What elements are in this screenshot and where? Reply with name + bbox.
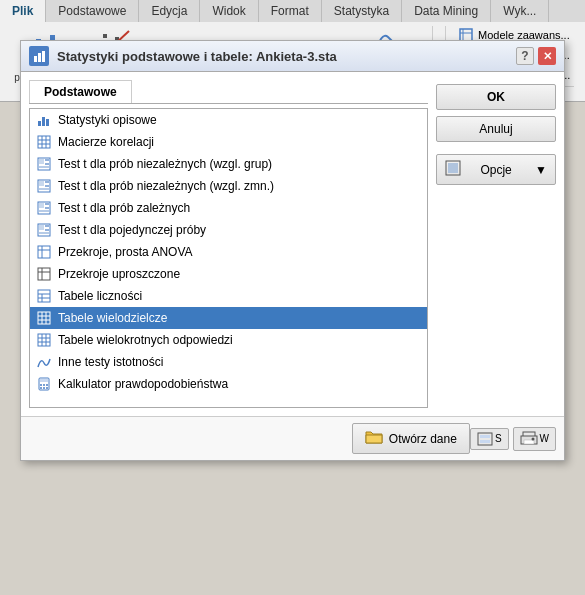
dialog-icon [29, 46, 49, 66]
svg-rect-34 [38, 121, 41, 126]
dialog-left-panel: Podstawowe Statystyki opisoweMacierze ko… [29, 80, 428, 408]
svg-rect-35 [42, 117, 45, 126]
svg-rect-5 [103, 34, 107, 38]
list-item-label: Test t dla prób zależnych [58, 201, 190, 215]
svg-rect-72 [38, 312, 50, 324]
tab-wyk[interactable]: Wyk... [491, 0, 549, 22]
svg-point-98 [531, 437, 534, 440]
list-item[interactable]: Przekroje, prosta ANOVA [30, 241, 427, 263]
list-item[interactable]: Tabele wielodzielcze [30, 307, 427, 329]
svg-rect-50 [45, 185, 49, 187]
svg-rect-94 [480, 440, 490, 443]
w-label: W [540, 433, 549, 444]
ok-button[interactable]: OK [436, 84, 556, 110]
svg-rect-31 [34, 56, 37, 62]
list-item-label: Przekroje uproszczone [58, 267, 180, 281]
svg-rect-91 [448, 163, 458, 173]
otworz-dane-button[interactable]: Otwórz dane [352, 423, 470, 454]
tab-podstawowe[interactable]: Podstawowe [46, 0, 139, 22]
svg-rect-60 [45, 229, 49, 231]
chart-small2-icon [36, 354, 52, 370]
svg-rect-61 [39, 232, 49, 234]
svg-rect-37 [38, 136, 50, 148]
table3-icon [36, 332, 52, 348]
list-item-label: Test t dla prób niezależnych (wzgl. grup… [58, 157, 272, 171]
list-item-label: Test t dla prób niezależnych (wzgl. zmn.… [58, 179, 274, 193]
tab-podstawowe[interactable]: Podstawowe [29, 80, 132, 103]
svg-rect-33 [42, 51, 45, 62]
tab-widok[interactable]: Widok [200, 0, 258, 22]
list-item[interactable]: Test t dla prób niezależnych (wzgl. grup… [30, 153, 427, 175]
select-cases-button[interactable]: S [470, 428, 509, 450]
test-icon [36, 178, 52, 194]
tab-datamining[interactable]: Data Mining [402, 0, 491, 22]
test-icon [36, 156, 52, 172]
close-button[interactable]: ✕ [538, 47, 556, 65]
tab-edycja[interactable]: Edycja [139, 0, 200, 22]
otworz-dane-label: Otwórz dane [389, 432, 457, 446]
tab-statystyka[interactable]: Statystyka [322, 0, 402, 22]
svg-rect-83 [40, 379, 48, 382]
cross2-icon [36, 266, 52, 282]
list-item[interactable]: Test t dla prób zależnych [30, 197, 427, 219]
list-item[interactable]: Test t dla pojedynczej próby [30, 219, 427, 241]
svg-rect-45 [45, 163, 49, 165]
svg-point-88 [43, 387, 45, 389]
svg-rect-46 [39, 166, 49, 168]
table-icon [36, 288, 52, 304]
help-button[interactable]: ? [516, 47, 534, 65]
calc-icon [36, 376, 52, 392]
list-item-label: Test t dla pojedynczej próby [58, 223, 206, 237]
list-item-label: Kalkulator prawdopodobieństwa [58, 377, 228, 391]
svg-rect-36 [46, 119, 49, 126]
svg-rect-32 [38, 53, 41, 62]
list-item[interactable]: Tabele wielokrotnych odpowiedzi [30, 329, 427, 351]
dialog-right-panel: OK Anuluj Opcje ▼ [436, 80, 556, 408]
test-icon [36, 200, 52, 216]
tab-plik[interactable]: Plik [0, 0, 46, 22]
svg-rect-65 [38, 268, 50, 280]
svg-rect-51 [39, 188, 49, 190]
cross-icon [36, 244, 52, 260]
list-item-label: Przekroje, prosta ANOVA [58, 245, 193, 259]
svg-point-84 [40, 384, 42, 386]
bottom-icons: S W [470, 427, 556, 451]
list-item[interactable]: Test t dla prób niezależnych (wzgl. zmn.… [30, 175, 427, 197]
svg-point-89 [46, 387, 48, 389]
table2-icon [36, 310, 52, 326]
svg-rect-68 [38, 290, 50, 302]
list-item-label: Macierze korelacji [58, 135, 154, 149]
svg-rect-92 [478, 433, 492, 445]
list-item[interactable]: Kalkulator prawdopodobieństwa [30, 373, 427, 395]
dialog-tab-strip: Podstawowe [29, 80, 428, 104]
list-item-label: Tabele liczności [58, 289, 142, 303]
dialog-title: Statystyki podstawowe i tabele: Ankieta-… [57, 49, 516, 64]
dialog-body: Podstawowe Statystyki opisoweMacierze ko… [21, 72, 564, 416]
svg-rect-77 [38, 334, 50, 346]
list-item[interactable]: Inne testy istotności [30, 351, 427, 373]
svg-rect-97 [524, 440, 534, 444]
svg-rect-44 [45, 159, 49, 161]
listbox[interactable]: Statystyki opisoweMacierze korelacjiTest… [29, 108, 428, 408]
list-item[interactable]: Tabele liczności [30, 285, 427, 307]
anuluj-button[interactable]: Anuluj [436, 116, 556, 142]
ribbon-tab-strip: Plik Podstawowe Edycja Widok Format Stat… [0, 0, 585, 22]
opcje-button[interactable]: Opcje ▼ [436, 154, 556, 185]
s-label: S [495, 433, 502, 444]
list-item[interactable]: Przekroje uproszczone [30, 263, 427, 285]
tab-format[interactable]: Format [259, 0, 322, 22]
opcje-label: Opcje [480, 163, 511, 177]
svg-rect-48 [39, 181, 44, 186]
print-button[interactable]: W [513, 427, 556, 451]
list-item[interactable]: Statystyki opisowe [30, 109, 427, 131]
list-item-label: Tabele wielodzielcze [58, 311, 167, 325]
svg-rect-62 [38, 246, 50, 258]
test-icon [36, 222, 52, 238]
opcje-icon [445, 160, 461, 179]
svg-rect-59 [45, 225, 49, 227]
chart-small-icon [36, 112, 52, 128]
grid-icon [36, 134, 52, 150]
list-item-label: Statystyki opisowe [58, 113, 157, 127]
svg-rect-93 [480, 435, 490, 438]
list-item[interactable]: Macierze korelacji [30, 131, 427, 153]
